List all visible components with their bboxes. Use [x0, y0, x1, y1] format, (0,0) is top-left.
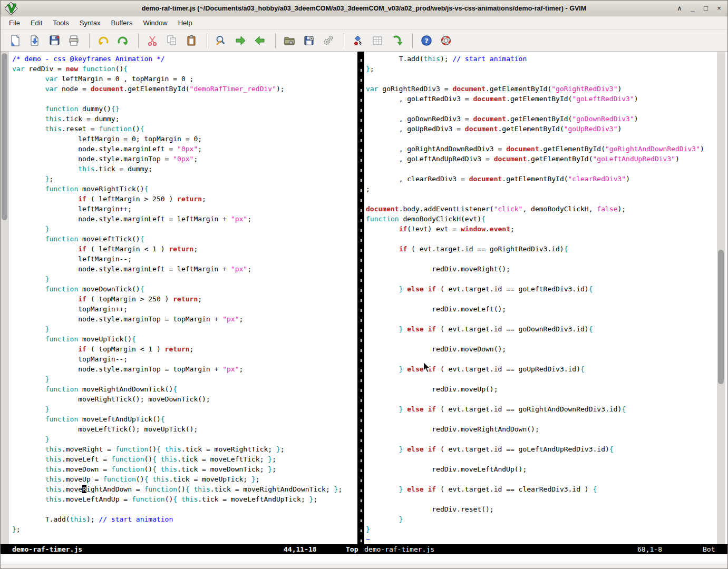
- code-line: var goRightRedDiv3 = document.getElement…: [366, 84, 717, 94]
- gvim-window: demo-raf-timer.js (~/Documents/a03_hobby…: [0, 0, 728, 569]
- load-session-button[interactable]: [282, 33, 298, 48]
- code-line: , goUpRedDiv3 = document.getElementById(…: [366, 124, 717, 134]
- code-line: this.moveDown = function(){ this.tick = …: [12, 464, 357, 474]
- undo-button[interactable]: [96, 33, 112, 48]
- code-line: };: [12, 174, 357, 184]
- right-scrollbar-thumb[interactable]: [718, 250, 724, 384]
- left-scrollbar[interactable]: [1, 52, 9, 544]
- code-line: [366, 434, 717, 444]
- paste-button[interactable]: [184, 33, 200, 48]
- code-line: [366, 454, 717, 464]
- command-line[interactable]: [1, 554, 727, 564]
- cut-button[interactable]: [145, 33, 161, 48]
- code-line: };: [12, 524, 357, 534]
- code-line: this.tick = dummy;: [12, 114, 357, 124]
- jump-to-tag-button[interactable]: [390, 33, 405, 48]
- code-line: [366, 294, 717, 304]
- code-line: , goLeftRedDiv3 = document.getElementByI…: [366, 94, 717, 104]
- code-line: [366, 254, 717, 264]
- save-session-button[interactable]: [302, 33, 317, 48]
- cut-icon: [146, 34, 159, 47]
- code-line: }: [12, 374, 357, 384]
- find-prev-icon: [254, 34, 266, 47]
- make-button[interactable]: [351, 33, 366, 48]
- close-button[interactable]: ×: [715, 4, 723, 13]
- code-line: redDiv.moveLeft();: [366, 304, 717, 314]
- save-file-button[interactable]: [47, 33, 63, 48]
- code-line: [366, 374, 717, 384]
- copy-icon: [166, 34, 178, 47]
- text-cursor: R: [82, 485, 86, 493]
- menu-item-syntax[interactable]: Syntax: [74, 16, 106, 30]
- code-line: /* demo - css @keyframes Animation */: [12, 54, 357, 64]
- status-bar: demo-raf-timer.js 44,11-18 Top demo-raf-…: [1, 544, 727, 554]
- code-line: }: [12, 404, 357, 414]
- vertical-split-divider[interactable]: [357, 52, 364, 544]
- find-next-button[interactable]: [233, 33, 249, 48]
- menu-item-window[interactable]: Window: [138, 16, 172, 30]
- maximize-button[interactable]: □: [702, 4, 710, 13]
- code-line: [366, 194, 717, 204]
- code-line: redDiv.moveDown();: [366, 344, 717, 354]
- svg-text:?: ?: [424, 37, 429, 45]
- code-line: } else if ( evt.target.id == goRightAndD…: [366, 404, 717, 414]
- status-right-filename: demo-raf-timer.js: [364, 544, 434, 554]
- find-replace-button[interactable]: [213, 33, 229, 48]
- code-line: , clearRedDiv3 = document.getElementById…: [366, 174, 717, 184]
- status-right-scroll-indicator: Bot: [703, 544, 715, 554]
- new-file-button[interactable]: [8, 33, 24, 48]
- redo-button[interactable]: [115, 33, 131, 48]
- code-line: moveLeftTick(); moveUpTick();: [12, 424, 357, 434]
- find-prev-button[interactable]: [253, 33, 268, 48]
- code-line: [12, 504, 357, 514]
- code-line: if ( topMargin > 250 ) return;: [12, 294, 357, 304]
- save-session-icon: [303, 34, 315, 47]
- build-tags-button[interactable]: [370, 33, 386, 48]
- menu-item-tools[interactable]: Tools: [47, 16, 74, 30]
- menu-item-edit[interactable]: Edit: [25, 16, 47, 30]
- code-line: };: [366, 64, 717, 74]
- code-line: , goRightAndDownRedDiv3 = document.getEl…: [366, 144, 717, 154]
- code-line: [366, 474, 717, 484]
- code-line: , goLeftAndUpRedDiv3 = document.getEleme…: [366, 154, 717, 164]
- print-button[interactable]: [66, 33, 82, 48]
- code-line: } else if ( evt.target.id == goUpRedDiv3…: [366, 364, 717, 374]
- code-line: node.style.marginTop = topMargin + "px";: [12, 364, 357, 374]
- code-line: redDiv.reset();: [366, 504, 717, 514]
- code-line: [366, 74, 717, 84]
- menu-item-buffers[interactable]: Buffers: [105, 16, 138, 30]
- save-file-icon: [48, 34, 61, 47]
- undo-icon: [97, 34, 110, 47]
- code-line: if ( topMargin < 1 ) return;: [12, 344, 357, 354]
- code-line: , goDownRedDiv3 = document.getElementByI…: [366, 114, 717, 124]
- run-script-button[interactable]: [321, 33, 337, 48]
- status-left-filename: demo-raf-timer.js: [12, 544, 82, 554]
- code-line: function dummy(){}: [12, 104, 357, 114]
- print-icon: [67, 34, 80, 47]
- open-file-button[interactable]: [27, 33, 43, 48]
- redo-icon: [117, 34, 129, 47]
- code-line: }: [366, 524, 717, 534]
- menu-item-file[interactable]: File: [4, 16, 25, 30]
- code-pane-right[interactable]: T.add(this); // start animation};var goR…: [364, 52, 717, 544]
- code-line: this.moveRight = function(){ this.tick =…: [12, 444, 357, 454]
- menu-item-help[interactable]: Help: [173, 16, 198, 30]
- copy-button[interactable]: [164, 33, 180, 48]
- right-scrollbar[interactable]: [717, 52, 725, 544]
- code-line: ;: [366, 184, 717, 194]
- shade-button[interactable]: ∧: [675, 4, 684, 13]
- toolbar: ?: [1, 30, 727, 52]
- find-help-button[interactable]: [439, 33, 454, 48]
- code-pane-left[interactable]: /* demo - css @keyframes Animation */var…: [9, 52, 357, 544]
- minimize-button[interactable]: _: [688, 4, 697, 13]
- load-session-icon: [283, 34, 296, 47]
- toolbar-separator: [412, 33, 413, 48]
- left-scrollbar-thumb[interactable]: [2, 53, 7, 220]
- code-line: function demoBodyClickH(evt){: [366, 214, 717, 224]
- help-button[interactable]: ?: [419, 33, 435, 48]
- menu-bar: FileEditToolsSyntaxBuffersWindowHelp: [1, 16, 727, 30]
- code-line: node.style.marginLeft = leftMargin + "px…: [12, 214, 357, 224]
- window-title: demo-raf-timer.js (~/Documents/a03_hobby…: [1, 1, 727, 16]
- code-line: function moveLeftAndUpTick(){: [12, 414, 357, 424]
- title-bar[interactable]: demo-raf-timer.js (~/Documents/a03_hobby…: [1, 1, 727, 16]
